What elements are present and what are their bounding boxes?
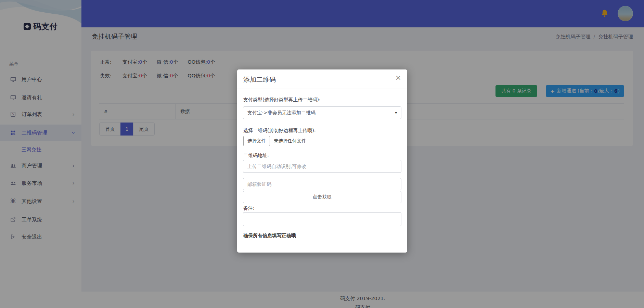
pay-type-select[interactable]: 支付宝->非会员无法添加二维码 ▾ [243,106,401,119]
email-code-input[interactable] [243,178,401,190]
modal-header: 添加二维码 × [237,69,407,89]
get-code-button[interactable]: 点击获取 [243,191,401,203]
qr-url-input[interactable] [243,160,401,173]
qr-file-label: 选择二维码(剪切好边框再上传哦): [243,128,316,134]
choose-file-button[interactable]: 选择文件 [243,136,270,146]
app-root: 码支付 菜单 用户中心 邀请有礼 [0,0,644,308]
file-status-text: 未选择任何文件 [274,138,306,144]
pay-type-selected-value: 支付宝->非会员无法添加二维码 [247,110,315,116]
qr-url-label: 二维码地址: [243,153,269,159]
pay-type-label: 支付类型(选择好类型再上传二维码): [243,97,321,103]
close-icon[interactable]: × [395,74,401,81]
modal-title: 添加二维码 [243,75,276,84]
modal-note: 确保所有信息填写正确哦 [243,233,296,239]
add-qrcode-modal: 添加二维码 × 支付类型(选择好类型再上传二维码): 支付宝->非会员无法添加二… [237,69,407,253]
remark-label: 备注: [243,205,255,211]
remark-input[interactable] [243,212,401,226]
caret-down-icon: ▾ [395,111,397,115]
file-input-row: 选择文件 未选择任何文件 [243,136,306,146]
